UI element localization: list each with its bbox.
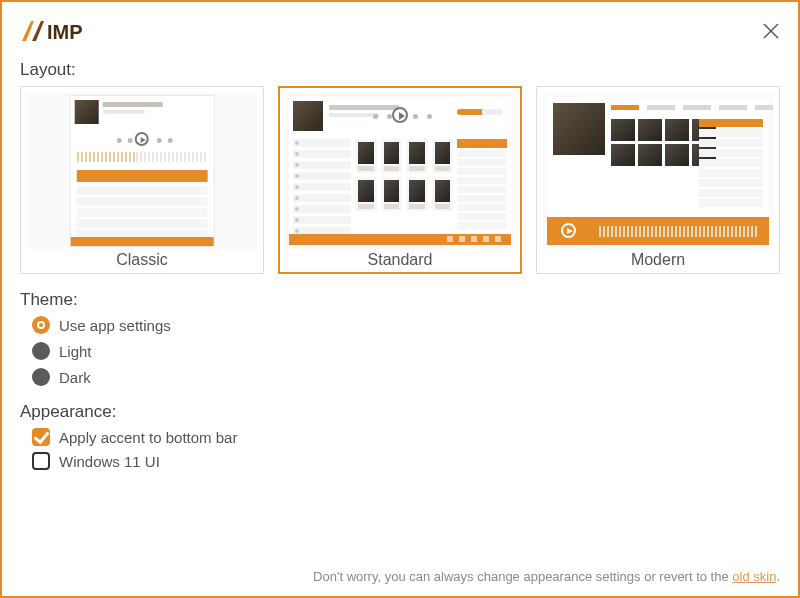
layout-section-label: Layout:	[20, 60, 780, 80]
footer-hint: Don't worry, you can always change appea…	[302, 568, 780, 586]
theme-option-dark[interactable]: Dark	[32, 368, 780, 386]
footer-text-after: .	[776, 569, 780, 584]
appearance-section-label: Appearance:	[20, 402, 780, 422]
layout-option-classic[interactable]: Classic	[20, 86, 264, 274]
title-bar: IMP	[20, 12, 780, 50]
theme-option-light[interactable]: Light	[32, 342, 780, 360]
layout-caption-standard: Standard	[368, 251, 433, 269]
layout-options: Classic	[20, 86, 780, 274]
aimp-logo: IMP	[20, 18, 108, 44]
checkbox-label: Apply accent to bottom bar	[59, 429, 237, 446]
checkbox-indicator	[32, 428, 50, 446]
checkbox-apply-accent-bottom-bar[interactable]: Apply accent to bottom bar	[32, 428, 780, 446]
theme-radios: Use app settings Light Dark	[20, 316, 780, 386]
theme-section-label: Theme:	[20, 290, 780, 310]
svg-text:IMP: IMP	[47, 21, 83, 43]
checkbox-indicator	[32, 452, 50, 470]
layout-caption-modern: Modern	[631, 251, 685, 269]
appearance-setup-window: IMP Layout: Classic	[0, 0, 800, 598]
layout-caption-classic: Classic	[116, 251, 168, 269]
radio-indicator	[32, 368, 50, 386]
layout-thumb-classic	[27, 93, 257, 249]
checkbox-label: Windows 11 UI	[59, 453, 160, 470]
radio-label: Light	[59, 343, 92, 360]
radio-label: Use app settings	[59, 317, 171, 334]
checkbox-windows-11-ui[interactable]: Windows 11 UI	[32, 452, 780, 470]
appearance-checkboxes: Apply accent to bottom bar Windows 11 UI	[20, 428, 780, 470]
footer-text-before: Don't worry, you can always change appea…	[313, 569, 732, 584]
theme-option-use-app-settings[interactable]: Use app settings	[32, 316, 780, 334]
old-skin-link[interactable]: old skin	[732, 569, 776, 584]
layout-thumb-modern	[543, 93, 773, 249]
close-button[interactable]	[762, 22, 780, 40]
radio-label: Dark	[59, 369, 91, 386]
radio-indicator	[32, 316, 50, 334]
layout-option-modern[interactable]: Modern	[536, 86, 780, 274]
radio-indicator	[32, 342, 50, 360]
layout-thumb-standard	[285, 93, 515, 249]
layout-option-standard[interactable]: Standard	[278, 86, 522, 274]
